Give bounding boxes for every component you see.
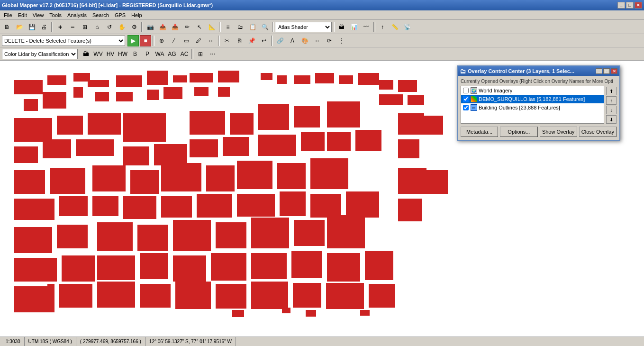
digit-point-button[interactable]: ⊕ (156, 35, 167, 46)
import-button[interactable]: 📥 (169, 21, 181, 33)
zoom-out-button[interactable]: − (67, 21, 78, 33)
legend-button[interactable]: 🗂 (235, 21, 246, 33)
slope-button[interactable]: 📊 (348, 21, 360, 33)
hillshade-button[interactable]: 🏔 (336, 21, 347, 33)
print-button[interactable]: 🖨 (38, 21, 50, 33)
overlay-layer-3-checkbox[interactable] (463, 105, 469, 110)
command-dropdown[interactable]: DELETE - Delete Selected Feature(s) (2, 36, 125, 46)
render-icon4[interactable]: HW (117, 48, 128, 60)
overlay-layer-3-name: Building Outlines [23,888 Features] (479, 105, 560, 110)
svg-rect-61 (62, 255, 95, 282)
status-scale: 1:3030 (2, 337, 25, 346)
menu-view[interactable]: View (30, 12, 47, 18)
menu-help[interactable]: Help (128, 12, 145, 18)
close-button[interactable]: ✕ (635, 2, 642, 9)
menu-analysis[interactable]: Analysis (64, 12, 90, 18)
save-button[interactable]: 💾 (26, 21, 37, 33)
search-button[interactable]: 🔍 (259, 21, 271, 33)
render-icon6[interactable]: P (142, 48, 153, 60)
map-area[interactable]: 🗂 Overlay Control Center (3 Layers, 1 Se… (0, 61, 644, 337)
digit-move-button[interactable]: ↔ (205, 35, 217, 46)
options-button[interactable]: Options... (500, 127, 537, 137)
digit-area-button[interactable]: ▭ (181, 35, 192, 46)
label-button[interactable]: A (287, 35, 298, 46)
measure-button[interactable]: 📐 (206, 21, 218, 33)
new-button[interactable]: 🗎 (1, 21, 13, 33)
north-arrow-button[interactable]: ↑ (377, 21, 388, 33)
maximize-button[interactable]: □ (626, 2, 634, 9)
move-top-button[interactable]: ⬆ (606, 87, 617, 95)
undo-button[interactable]: ↩ (258, 35, 270, 46)
render-icon1[interactable]: 🏔 (80, 48, 91, 60)
menu-file[interactable]: File (1, 12, 15, 18)
menu-search[interactable]: Search (90, 12, 112, 18)
lidar-grid-button[interactable]: ⊞ (195, 48, 206, 60)
menu-gps[interactable]: GPS (112, 12, 128, 18)
minimize-button[interactable]: _ (617, 2, 625, 9)
copy-button[interactable]: ⎘ (234, 35, 245, 46)
show-overlay-button[interactable]: Show Overlay (540, 127, 577, 137)
cut-button[interactable]: ✂ (221, 35, 233, 46)
svg-rect-47 (161, 163, 201, 191)
render-dropdown[interactable]: Color Lidar by Classification (2, 49, 78, 59)
open-button[interactable]: 📂 (14, 21, 25, 33)
svg-rect-21 (88, 113, 121, 135)
stop-command-button[interactable]: ■ (140, 35, 151, 46)
pan-button[interactable]: ✋ (116, 21, 127, 33)
lidar-pts-button[interactable]: ⋯ (207, 48, 218, 60)
overlay-minimize-button[interactable]: _ (596, 68, 602, 74)
paste-button[interactable]: 📌 (246, 35, 257, 46)
move-down-button[interactable]: ↓ (606, 106, 617, 114)
close-overlay-button[interactable]: Close Overlay (579, 127, 617, 137)
style-button[interactable]: 🎨 (299, 35, 310, 46)
metadata-button[interactable]: Metadata... (461, 127, 498, 137)
options-button[interactable]: ⚙ (128, 21, 140, 33)
overlay-layer-1-checkbox[interactable] (463, 88, 469, 93)
menu-edit[interactable]: Edit (15, 12, 30, 18)
overlay-layer-1[interactable]: 🌍 World Imagery (461, 86, 604, 95)
render-icon2[interactable]: WV (92, 48, 104, 60)
svg-rect-44 (130, 170, 159, 194)
svg-rect-92 (315, 73, 334, 83)
render-icon5[interactable]: B (129, 48, 141, 60)
sep5 (333, 22, 335, 32)
move-bottom-button[interactable]: ⬇ (606, 115, 617, 124)
overlay-close-button[interactable]: ✕ (611, 68, 617, 74)
digit-line-button[interactable]: ∕ (168, 35, 180, 46)
snap-button[interactable]: 🔗 (274, 35, 286, 46)
overlay-layer-2-checkbox[interactable] (463, 96, 469, 102)
shader-dropdown[interactable]: Atlas Shader (275, 22, 332, 32)
digit-edit-button[interactable]: 🖊 (193, 35, 204, 46)
refresh-button[interactable]: ↺ (104, 21, 115, 33)
buffer-button[interactable]: ○ (311, 35, 323, 46)
zoom-extent-button[interactable]: ⌂ (91, 21, 103, 33)
overlay-layer-2[interactable]: L DEMO_SURQUILLO.las [5,182,881 Features… (461, 95, 604, 103)
menu-tools[interactable]: Tools (46, 12, 64, 18)
zoom-in-button[interactable]: + (54, 21, 66, 33)
svg-rect-37 (327, 132, 351, 151)
overlay-layer-3[interactable]: ▭ Building Outlines [23,888 Features] (461, 103, 604, 112)
render-icon3[interactable]: HV (105, 48, 116, 60)
layers-button[interactable]: ≡ (222, 21, 234, 33)
render-icon8[interactable]: AG (166, 48, 178, 60)
svg-rect-104 (161, 286, 171, 292)
select-button[interactable]: ↖ (194, 21, 205, 33)
export-button[interactable]: 📤 (157, 21, 168, 33)
render-icon7[interactable]: WA (154, 48, 165, 60)
run-command-button[interactable]: ▶ (127, 35, 139, 46)
capture-button[interactable]: 📷 (145, 21, 156, 33)
zoom-box-button[interactable]: ⊞ (79, 21, 91, 33)
split-button[interactable]: ⋮ (336, 35, 347, 46)
transform-button[interactable]: ⟳ (324, 35, 335, 46)
overlay-layer-2-name: DEMO_SURQUILLO.las [5,182,881 Features] (479, 96, 585, 102)
contour-button[interactable]: 〰 (361, 21, 372, 33)
scalebar-button[interactable]: 📏 (389, 21, 400, 33)
move-up-button[interactable]: ↑ (606, 96, 617, 105)
render-icon9[interactable]: AC (179, 48, 190, 60)
overlay-maximize-button[interactable]: □ (603, 68, 610, 74)
gps-track-button[interactable]: 📡 (401, 21, 413, 33)
title-text: Global Mapper v17.2 (b051716) [64-bit] [… (2, 2, 213, 8)
svg-rect-89 (379, 94, 403, 105)
edit-button[interactable]: ✏ (181, 21, 193, 33)
attrib-button[interactable]: 📋 (247, 21, 258, 33)
